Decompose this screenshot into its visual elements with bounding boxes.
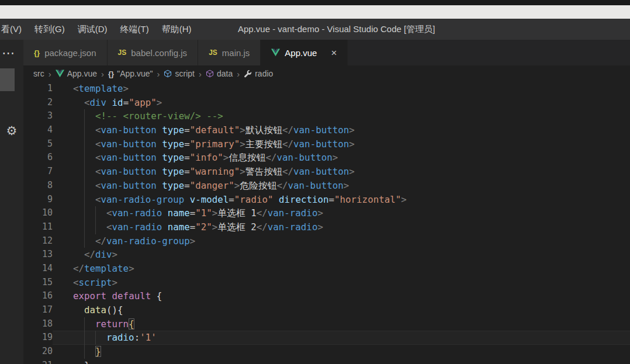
code-line-11: 11 <van-radio name="2">单选框 2</van-radio>: [23, 220, 630, 234]
indent-guide: [84, 206, 85, 220]
code-line-content[interactable]: <!-- <router-view/> -->: [53, 109, 630, 123]
breadcrumb-item-script[interactable]: script: [164, 69, 194, 78]
indent-guide: [84, 220, 85, 234]
indent-guide: [95, 206, 96, 220]
close-icon[interactable]: ×: [331, 48, 337, 58]
menu-item-D[interactable]: 调试(D): [71, 19, 114, 40]
code-line-content[interactable]: </div>: [53, 248, 630, 262]
tab-label: babel.config.js: [131, 48, 187, 58]
indent-guide: [95, 220, 96, 234]
code-line-4: 4 <van-button type="default">默认按钮</van-b…: [23, 123, 630, 137]
code-line-content[interactable]: <script>: [53, 276, 630, 290]
line-number: 1: [23, 82, 53, 96]
code-line-content[interactable]: radio:'1': [53, 331, 630, 345]
breadcrumb-item-data[interactable]: data: [206, 69, 233, 78]
gear-icon[interactable]: ⚙: [0, 124, 23, 138]
line-number: 8: [23, 179, 53, 193]
indent-guide: [84, 234, 85, 248]
tab-App.vue[interactable]: App.vue×: [261, 40, 348, 65]
line-number: 16: [23, 289, 53, 303]
indent-guide: [95, 331, 96, 345]
breadcrumb-label: App.vue: [67, 69, 97, 78]
code-line-13: 13 </div>: [23, 248, 630, 262]
code-line-content[interactable]: data(){: [53, 303, 630, 317]
breadcrumb-item-src[interactable]: src: [33, 69, 44, 78]
code-line-content[interactable]: <van-button type="warning">警告按钮</van-but…: [53, 165, 630, 179]
line-number: 19: [23, 331, 53, 345]
code-line-content[interactable]: <van-radio name="2">单选框 2</van-radio>: [53, 220, 630, 234]
code-line-3: 3 <!-- <router-view/> -->: [23, 109, 630, 123]
menu-item-T[interactable]: 终端(T): [114, 19, 155, 40]
code-line-2: 2 <div id="app">: [23, 96, 630, 110]
line-number: 5: [23, 137, 53, 151]
menu-item-H[interactable]: 帮助(H): [155, 19, 198, 40]
top-dark-strip: [0, 0, 630, 5]
indent-guide: [84, 193, 85, 207]
indent-guide: [84, 179, 85, 193]
menu-item-V[interactable]: 看(V): [0, 19, 28, 40]
activity-rail: ⋯ ⚙: [0, 40, 23, 364]
breadcrumb: src›App.vue›{}"App.vue"›script›data›radi…: [23, 65, 630, 82]
tab-bar: {}package.jsonJSbabel.config.jsJSmain.js…: [23, 40, 630, 65]
braces-icon: {}: [34, 48, 40, 57]
line-number: 2: [23, 96, 53, 110]
breadcrumb-label: src: [33, 69, 44, 78]
more-actions-icon[interactable]: ⋯: [2, 46, 15, 61]
code-line-21: 21 }: [23, 359, 630, 364]
chevron-right-icon: ›: [157, 69, 160, 79]
tab-label: App.vue: [285, 48, 317, 58]
tab-package.json[interactable]: {}package.json: [23, 40, 108, 65]
tab-label: package.json: [44, 48, 96, 58]
tab-main.js[interactable]: JSmain.js: [198, 40, 261, 65]
code-line-19: 19 radio:'1': [23, 331, 630, 345]
code-line-content[interactable]: <van-button type="danger">危险按钮</van-butt…: [53, 179, 630, 193]
code-line-content[interactable]: <van-button type="default">默认按钮</van-but…: [53, 123, 630, 137]
line-number: 14: [23, 262, 53, 276]
line-number: 20: [23, 345, 53, 359]
chevron-right-icon: ›: [101, 69, 104, 79]
code-line-content[interactable]: <div id="app">: [53, 96, 630, 110]
code-line-content[interactable]: </van-radio-group>: [53, 234, 630, 248]
code-line-18: 18 return{: [23, 317, 630, 331]
code-line-8: 8 <van-button type="danger">危险按钮</van-bu…: [23, 179, 630, 193]
indent-guide: [84, 137, 85, 151]
js-icon: JS: [209, 48, 217, 57]
chevron-right-icon: ›: [237, 69, 240, 79]
tab-babel.config.js[interactable]: JSbabel.config.js: [108, 40, 199, 65]
code-line-7: 7 <van-button type="warning">警告按钮</van-b…: [23, 165, 630, 179]
code-line-content[interactable]: </template>: [53, 262, 630, 276]
code-line-5: 5 <van-button type="primary">主要按钮</van-b…: [23, 137, 630, 151]
code-line-content[interactable]: <van-radio-group v-model="radio" directi…: [53, 193, 630, 207]
breadcrumb-item-App.vue[interactable]: App.vue: [56, 69, 97, 78]
window-title: App.vue - vant-demo - Visual Studio Code…: [238, 19, 435, 40]
code-line-content[interactable]: }: [53, 345, 630, 359]
wrench-icon: [244, 70, 252, 78]
line-number: 12: [23, 234, 53, 248]
line-number: 4: [23, 123, 53, 137]
indent-guide: [84, 331, 85, 345]
code-line-content[interactable]: <van-button type="info">信息按钮</van-button…: [53, 151, 630, 165]
chevron-right-icon: ›: [49, 69, 51, 79]
line-number: 13: [23, 248, 53, 262]
code-line-15: 15<script>: [23, 276, 630, 290]
chevron-right-icon: ›: [199, 69, 202, 79]
indent-guide: [84, 109, 85, 123]
code-line-content[interactable]: return{: [53, 317, 630, 331]
module-purple-icon: [206, 70, 214, 78]
tab-label: main.js: [222, 48, 250, 58]
background-window-strip: [0, 5, 630, 19]
line-number: 18: [23, 317, 53, 331]
code-line-content[interactable]: }: [53, 359, 630, 364]
line-number: 3: [23, 109, 53, 123]
menu-bar: 看(V)转到(G)调试(D)终端(T)帮助(H) App.vue - vant-…: [0, 19, 630, 40]
menu-item-G[interactable]: 转到(G): [28, 19, 71, 40]
code-line-content[interactable]: <template>: [53, 82, 630, 96]
code-line-content[interactable]: <van-radio name="1">单选框 1</van-radio>: [53, 206, 630, 220]
breadcrumb-item-App.vue[interactable]: {}"App.vue": [108, 69, 153, 78]
code-line-content[interactable]: export default {: [53, 289, 630, 303]
line-number: 10: [23, 206, 53, 220]
code-editor[interactable]: 1<template>2 <div id="app">3 <!-- <route…: [23, 82, 630, 364]
vue-icon: [271, 48, 280, 57]
breadcrumb-item-radio[interactable]: radio: [244, 69, 273, 78]
code-line-content[interactable]: <van-button type="primary">主要按钮</van-but…: [53, 137, 630, 151]
